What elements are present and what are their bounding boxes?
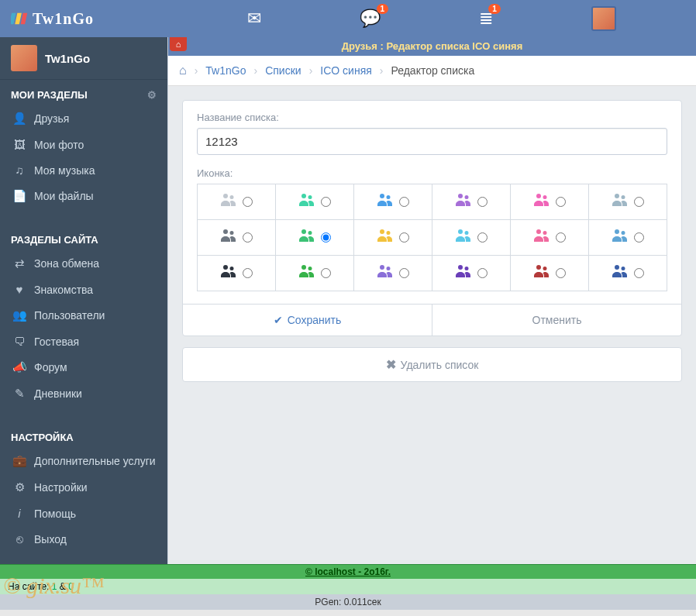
icon-radio[interactable] — [634, 268, 644, 278]
icon-option[interactable] — [511, 220, 589, 256]
gear-icon[interactable]: ⚙ — [147, 89, 157, 101]
chevron-right-icon: › — [250, 64, 260, 77]
icon-label: Иконка: — [197, 167, 667, 179]
page-title-bar: ⌂ Друзья : Редактор списка ICO синяя — [168, 37, 696, 56]
avatar-icon — [11, 45, 37, 71]
people-icon — [221, 265, 236, 281]
cancel-button[interactable]: Отменить — [432, 305, 681, 336]
bullhorn-icon: 📣 — [11, 360, 28, 374]
people-icon — [456, 229, 471, 246]
icon-radio[interactable] — [321, 268, 331, 278]
breadcrumb-link[interactable]: Списки — [265, 64, 301, 77]
icon-radio[interactable] — [634, 197, 644, 207]
icon-option[interactable] — [198, 184, 276, 220]
sidebar-item-services[interactable]: 💼Дополнительные услуги — [0, 448, 167, 474]
heart-icon: ♥ — [11, 283, 28, 296]
icon-option[interactable] — [432, 184, 511, 220]
icon-radio[interactable] — [477, 268, 488, 278]
sidebar-item-dating[interactable]: ♥Знакомства — [0, 277, 167, 302]
breadcrumb-link[interactable]: ICO синяя — [320, 64, 372, 77]
icon-option[interactable] — [589, 220, 667, 256]
icon-option[interactable] — [354, 184, 432, 220]
icon-radio[interactable] — [477, 232, 488, 243]
messages-button[interactable]: ✉ — [247, 9, 261, 29]
icon-radio[interactable] — [321, 197, 331, 207]
sidebar-item-photos[interactable]: 🖼Мои фото — [0, 132, 167, 157]
icon-radio[interactable] — [399, 232, 409, 243]
sidebar-item-users[interactable]: 👥Пользователи — [0, 302, 167, 329]
footer-copyright[interactable]: © localhost - 2o16г. — [0, 564, 696, 579]
sidebar-item-files[interactable]: 📄Мои файлы — [0, 183, 167, 209]
sidebar-section-settings: НАСТРОЙКА — [0, 422, 167, 448]
home-icon[interactable]: ⌂ — [179, 64, 187, 77]
profile-button[interactable] — [591, 6, 616, 31]
icon-radio[interactable] — [321, 232, 331, 243]
icon-radio[interactable] — [477, 197, 488, 207]
icon-radio[interactable] — [556, 232, 566, 243]
sidebar: Tw1nGo МОИ РАЗДЕЛЫ ⚙ 👤Друзья 🖼Мои фото ♫… — [0, 37, 167, 564]
icon-option[interactable] — [432, 220, 511, 256]
avatar-icon — [591, 6, 616, 31]
sidebar-item-exchange[interactable]: ⇄Зона обмена — [0, 250, 167, 277]
sidebar-item-forum[interactable]: 📣Форум — [0, 354, 167, 380]
icon-option[interactable] — [511, 184, 589, 220]
icon-option[interactable] — [432, 256, 511, 291]
people-icon — [534, 194, 550, 210]
icon-option[interactable] — [589, 184, 667, 220]
sidebar-item-friends[interactable]: 👤Друзья — [0, 105, 167, 132]
icon-option[interactable] — [198, 220, 276, 256]
svg-rect-0 — [11, 13, 16, 25]
home-badge-icon[interactable]: ⌂ — [170, 37, 187, 51]
sidebar-username: Tw1nGo — [45, 52, 90, 65]
icon-radio[interactable] — [634, 232, 644, 243]
icon-option[interactable] — [198, 256, 276, 291]
breadcrumb-link[interactable]: Tw1nGo — [205, 64, 246, 77]
list-name-input[interactable] — [197, 128, 667, 155]
icon-radio[interactable] — [399, 268, 409, 278]
notifications-button[interactable]: ≣ 1 — [479, 9, 493, 29]
sidebar-item-help[interactable]: iПомощь — [0, 501, 167, 526]
info-icon: i — [11, 507, 28, 520]
icon-radio[interactable] — [243, 268, 253, 278]
icon-option[interactable] — [276, 256, 354, 291]
icon-radio[interactable] — [243, 197, 253, 207]
brand-logo[interactable]: Tw1nGo — [0, 10, 167, 28]
svg-rect-2 — [21, 13, 28, 25]
sidebar-item-settings[interactable]: ⚙Настройки — [0, 474, 167, 501]
sidebar-item-logout[interactable]: ⎋Выход — [0, 526, 167, 552]
footer-pgen: PGen: 0.011сек — [0, 594, 696, 610]
save-button[interactable]: ✔Сохранить — [183, 305, 432, 336]
chat-badge: 1 — [377, 4, 389, 14]
people-icon — [221, 229, 236, 246]
people-icon — [299, 229, 315, 246]
people-icon — [612, 229, 628, 246]
user-icon: 👤 — [11, 112, 28, 126]
sidebar-item-guestbook[interactable]: 🗨Гостевая — [0, 329, 167, 354]
icon-option[interactable] — [354, 256, 432, 291]
icon-radio[interactable] — [399, 197, 409, 207]
chevron-right-icon: › — [377, 64, 387, 77]
close-icon: ✖ — [386, 358, 396, 371]
icon-option[interactable] — [276, 220, 354, 256]
icon-radio[interactable] — [243, 232, 253, 243]
footer-stats: На сайте: 1 & 0 © gix.su™ — [0, 579, 696, 594]
icon-grid — [197, 184, 667, 291]
people-icon — [534, 229, 550, 246]
sidebar-item-music[interactable]: ♫Моя музыка — [0, 157, 167, 183]
people-icon — [534, 265, 550, 281]
people-icon — [612, 194, 628, 210]
icon-radio[interactable] — [556, 197, 566, 207]
online-count: На сайте: 1 & 0 — [8, 581, 74, 592]
sidebar-item-blog[interactable]: ✎Дневники — [0, 380, 167, 407]
icon-option[interactable] — [589, 256, 667, 291]
sidebar-user[interactable]: Tw1nGo — [0, 37, 167, 80]
notif-badge: 1 — [488, 4, 501, 14]
icon-option[interactable] — [276, 184, 354, 220]
icon-option[interactable] — [354, 220, 432, 256]
comments-icon: 🗨 — [11, 335, 28, 348]
icon-radio[interactable] — [556, 268, 566, 278]
icon-option[interactable] — [511, 256, 589, 291]
delete-list-button[interactable]: ✖Удалить список — [182, 347, 682, 382]
chat-button[interactable]: 💬 1 — [360, 9, 381, 29]
logo-icon — [11, 10, 28, 27]
